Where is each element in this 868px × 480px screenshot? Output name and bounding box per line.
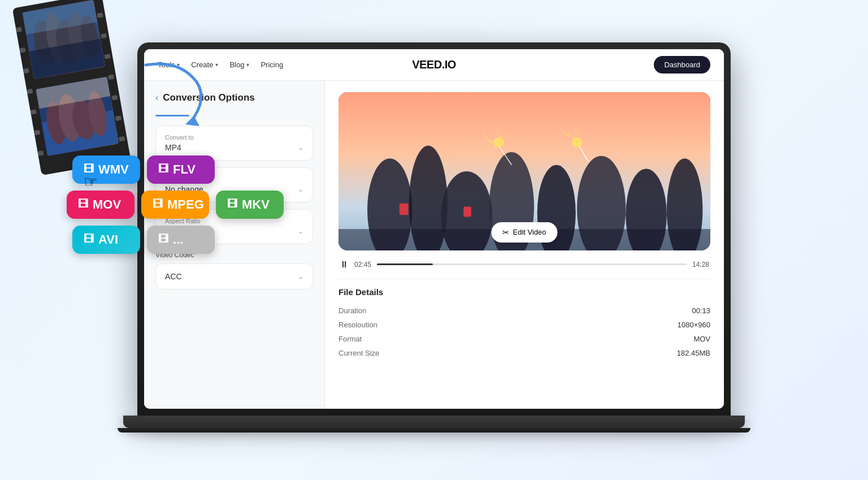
mpeg-format-badge[interactable]: 🎞 MPEG xyxy=(141,191,209,219)
nav-right: Dashboard xyxy=(654,56,710,73)
svg-point-32 xyxy=(572,137,582,147)
more-formats-badge[interactable]: 🎞 ... xyxy=(147,226,215,254)
video-codec-option[interactable]: ACC ⌄ xyxy=(155,263,313,289)
duration-key: Duration xyxy=(338,306,366,315)
laptop-base xyxy=(123,416,745,428)
cursor-hand-icon: ☞ xyxy=(84,172,98,191)
progress-bar[interactable] xyxy=(377,263,687,265)
duration-row: Duration 00:13 xyxy=(338,304,710,318)
resolution-key: Resoloution xyxy=(338,321,377,329)
wmv-label: WMV xyxy=(98,162,129,177)
film-icon: 🎞 xyxy=(158,233,168,245)
film-icon: 🎞 xyxy=(153,198,163,210)
dashboard-button[interactable]: Dashboard xyxy=(654,56,710,73)
film-hole xyxy=(19,47,25,53)
avi-format-badge[interactable]: 🎞 AVI xyxy=(72,226,140,254)
svg-point-26 xyxy=(494,137,504,147)
film-icon: 🎞 xyxy=(84,233,94,245)
mkv-label: MKV xyxy=(242,197,270,212)
format-row-1: 🎞 WMV 🎞 FLV xyxy=(72,155,281,184)
duration-value: 00:13 xyxy=(692,306,710,315)
file-details-title: File Details xyxy=(338,287,710,297)
mov-label: MOV xyxy=(93,197,121,212)
film-hole xyxy=(101,33,107,38)
resolution-row: Resoloution 1080×960 xyxy=(338,318,710,332)
svg-marker-15 xyxy=(185,116,199,126)
format-row: Format MOV xyxy=(338,332,710,346)
svg-rect-37 xyxy=(463,206,471,217)
format-value: MOV xyxy=(693,335,710,343)
wmv-format-badge[interactable]: 🎞 WMV xyxy=(72,155,140,184)
scissors-icon: ✂ xyxy=(502,228,509,237)
dropdown-arrow-icon: ⌄ xyxy=(298,273,303,280)
edit-video-label: Edit Video xyxy=(513,228,546,236)
flv-format-badge[interactable]: 🎞 FLV xyxy=(147,155,215,184)
size-key: Current Size xyxy=(338,349,379,357)
video-codec-value: ACC ⌄ xyxy=(165,272,303,281)
right-panel: ✂ Edit Video ⏸ 02:45 xyxy=(325,81,724,409)
conversion-arrow xyxy=(112,54,214,133)
format-key: Format xyxy=(338,335,362,343)
resolution-value: 1080×960 xyxy=(678,321,710,329)
mpeg-label: MPEG xyxy=(167,197,204,212)
film-icon: 🎞 xyxy=(227,198,237,210)
flv-label: FLV xyxy=(173,162,196,177)
film-icon: 🎞 xyxy=(78,198,88,210)
laptop-base-bottom xyxy=(118,428,750,433)
video-preview: ✂ Edit Video xyxy=(338,92,710,250)
film-hole xyxy=(23,68,29,73)
film-hole xyxy=(97,12,103,18)
svg-rect-36 xyxy=(400,203,409,214)
size-value: 182.45MB xyxy=(677,349,710,357)
film-hole xyxy=(16,27,22,32)
film-hole xyxy=(27,88,33,94)
pause-button[interactable]: ⏸ xyxy=(340,260,349,270)
video-codec-current: ACC xyxy=(165,272,182,281)
film-hole xyxy=(34,129,40,135)
time-total: 14:28 xyxy=(692,261,709,269)
time-current: 02:45 xyxy=(354,261,371,269)
format-row-3: 🎞 AVI 🎞 ... xyxy=(72,226,281,254)
dropdown-arrow-icon: ⌄ xyxy=(298,185,303,193)
more-label: ... xyxy=(173,232,183,247)
film-hole xyxy=(37,150,44,156)
format-row-2: 🎞 MOV 🎞 MPEG 🎞 MKV xyxy=(67,191,281,219)
file-details: File Details Duration 00:13 Resoloution … xyxy=(338,279,710,360)
film-hole xyxy=(31,109,37,115)
dropdown-arrow-icon: ⌄ xyxy=(298,144,303,152)
logo: VEED.IO xyxy=(412,58,456,71)
video-controls: ⏸ 02:45 14:28 xyxy=(338,260,710,270)
mkv-format-badge[interactable]: 🎞 MKV xyxy=(216,191,284,219)
film-icon: 🎞 xyxy=(158,163,168,175)
mov-format-badge[interactable]: 🎞 MOV xyxy=(67,191,134,219)
avi-label: AVI xyxy=(98,232,118,247)
format-badges-container: ☞ 🎞 WMV 🎞 FLV 🎞 MOV 🎞 MPEG 🎞 xyxy=(67,54,281,261)
edit-video-button[interactable]: ✂ Edit Video xyxy=(491,222,557,243)
size-row: Current Size 182.45MB xyxy=(338,346,710,360)
dropdown-arrow-icon: ⌄ xyxy=(298,227,303,235)
progress-fill xyxy=(377,263,433,265)
